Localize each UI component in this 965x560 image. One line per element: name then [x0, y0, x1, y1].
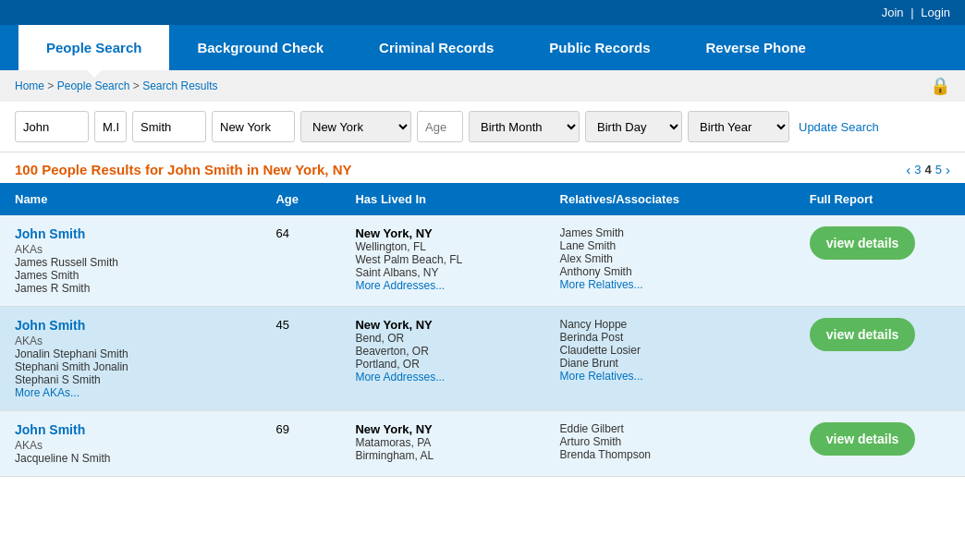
- more-akas-link[interactable]: More AKAs...: [15, 386, 246, 399]
- state-select[interactable]: New York: [300, 111, 411, 142]
- table-row: John SmithAKAsJacqueline N Smith69New Yo…: [0, 411, 965, 477]
- person-name[interactable]: John Smith: [15, 422, 246, 437]
- akas-label: AKAs: [15, 335, 246, 347]
- join-link[interactable]: Join: [882, 6, 904, 19]
- mi-input[interactable]: [94, 111, 127, 142]
- nav-people-search[interactable]: People Search: [18, 25, 169, 70]
- last-name-input[interactable]: [132, 111, 206, 142]
- person-name[interactable]: John Smith: [15, 318, 246, 333]
- relative-item: James Smith: [560, 226, 780, 239]
- relative-item: Brenda Thompson: [560, 448, 780, 461]
- view-details-button[interactable]: view details: [810, 226, 916, 260]
- table-row: John SmithAKAsJonalin Stephani SmithStep…: [0, 307, 965, 411]
- age-cell: 64: [261, 215, 340, 307]
- lived-in-cell: New York, NYBend, ORBeaverton, ORPortlan…: [340, 307, 544, 411]
- main-nav: People Search Background Check Criminal …: [0, 25, 965, 70]
- birth-year-select[interactable]: Birth Year: [688, 111, 789, 142]
- city-input[interactable]: [212, 111, 295, 142]
- table-row: John SmithAKAsJames Russell SmithJames S…: [0, 215, 965, 307]
- akas-label: AKAs: [15, 243, 246, 256]
- nav-criminal-records[interactable]: Criminal Records: [351, 25, 521, 70]
- location-other: Wellington, FL: [355, 240, 530, 253]
- more-addresses-link[interactable]: More Addresses...: [355, 279, 530, 292]
- results-table: Name Age Has Lived In Relatives/Associat…: [0, 183, 965, 477]
- results-header: 100 People Results for John Smith in New…: [0, 152, 965, 183]
- location-other: Bend, OR: [355, 332, 530, 345]
- akas-label: AKAs: [15, 439, 246, 452]
- report-cell: view details: [795, 307, 965, 411]
- view-details-button[interactable]: view details: [810, 318, 916, 351]
- location-primary: New York, NY: [355, 318, 530, 332]
- report-cell: view details: [795, 411, 965, 477]
- lock-icon: 🔒: [930, 76, 950, 96]
- more-addresses-link[interactable]: More Addresses...: [355, 371, 530, 383]
- relative-item: Claudette Losier: [560, 344, 780, 357]
- relative-item: Arturo Smith: [560, 435, 780, 448]
- col-header-age: Age: [261, 183, 340, 215]
- person-name[interactable]: John Smith: [15, 226, 246, 241]
- location-other: Matamoras, PA: [355, 436, 530, 449]
- pagination-next[interactable]: ›: [946, 162, 950, 177]
- col-header-lived: Has Lived In: [340, 183, 544, 215]
- breadcrumb-bar: Home > People Search > Search Results 🔒: [0, 70, 965, 102]
- aka-item: James Russell Smith: [15, 256, 246, 269]
- pagination-page-3[interactable]: 3: [914, 163, 921, 177]
- update-search-button[interactable]: Update Search: [799, 120, 879, 134]
- aka-item: Stephani Smith Jonalin: [15, 360, 246, 373]
- aka-item: James R Smith: [15, 282, 246, 295]
- name-cell: John SmithAKAsJames Russell SmithJames S…: [0, 215, 261, 307]
- relative-item: Anthony Smith: [560, 265, 780, 278]
- nav-public-records[interactable]: Public Records: [521, 25, 678, 70]
- col-header-relatives: Relatives/Associates: [545, 183, 795, 215]
- nav-background-check[interactable]: Background Check: [169, 25, 351, 70]
- separator: |: [910, 6, 913, 19]
- name-cell: John SmithAKAsJonalin Stephani SmithStep…: [0, 307, 261, 411]
- col-header-name: Name: [0, 183, 261, 215]
- more-relatives-link[interactable]: More Relatives...: [560, 278, 780, 291]
- birth-month-select[interactable]: Birth Month: [469, 111, 580, 142]
- breadcrumb-home[interactable]: Home: [15, 79, 44, 92]
- location-other: West Palm Beach, FL: [355, 253, 530, 266]
- relatives-cell: Nancy HoppeBerinda PostClaudette LosierD…: [545, 307, 795, 411]
- location-primary: New York, NY: [355, 422, 530, 436]
- location-other: Portland, OR: [355, 358, 530, 371]
- view-details-button[interactable]: view details: [810, 422, 916, 456]
- col-header-report: Full Report: [795, 183, 965, 215]
- aka-item: James Smith: [15, 269, 246, 282]
- pagination-prev[interactable]: ‹: [906, 162, 910, 177]
- name-cell: John SmithAKAsJacqueline N Smith: [0, 411, 261, 477]
- breadcrumb-results[interactable]: Search Results: [142, 79, 217, 92]
- results-count: 100 People Results for John Smith in New…: [15, 162, 352, 177]
- table-header-row: Name Age Has Lived In Relatives/Associat…: [0, 183, 965, 215]
- aka-item: Jacqueline N Smith: [15, 452, 246, 465]
- first-name-input[interactable]: [15, 111, 89, 142]
- location-other: Saint Albans, NY: [355, 266, 530, 279]
- relatives-cell: James SmithLane SmithAlex SmithAnthony S…: [545, 215, 795, 307]
- pagination-page-4[interactable]: 4: [925, 163, 932, 177]
- search-bar: New York Birth Month Birth Day Birth Yea…: [0, 102, 965, 152]
- top-bar: Join | Login: [0, 0, 965, 25]
- report-cell: view details: [795, 215, 965, 307]
- age-cell: 45: [261, 307, 340, 411]
- age-cell: 69: [261, 411, 340, 477]
- nav-reverse-phone[interactable]: Reverse Phone: [678, 25, 834, 70]
- location-primary: New York, NY: [355, 226, 530, 240]
- login-link[interactable]: Login: [921, 6, 950, 19]
- age-input[interactable]: [417, 111, 463, 142]
- pagination-page-5[interactable]: 5: [935, 163, 942, 177]
- birth-day-select[interactable]: Birth Day: [585, 111, 682, 142]
- relative-item: Nancy Hoppe: [560, 318, 780, 331]
- location-other: Beaverton, OR: [355, 345, 530, 358]
- relative-item: Eddie Gilbert: [560, 422, 780, 435]
- lived-in-cell: New York, NYMatamoras, PABirmingham, AL: [340, 411, 544, 477]
- relatives-cell: Eddie GilbertArturo SmithBrenda Thompson: [545, 411, 795, 477]
- relative-item: Diane Brunt: [560, 357, 780, 370]
- aka-item: Jonalin Stephani Smith: [15, 347, 246, 360]
- lived-in-cell: New York, NYWellington, FLWest Palm Beac…: [340, 215, 544, 307]
- relative-item: Lane Smith: [560, 239, 780, 252]
- pagination: ‹ 3 4 5 ›: [906, 162, 950, 177]
- breadcrumb-people-search[interactable]: People Search: [57, 79, 130, 92]
- location-other: Birmingham, AL: [355, 449, 530, 462]
- more-relatives-link[interactable]: More Relatives...: [560, 370, 780, 383]
- breadcrumb: Home > People Search > Search Results: [15, 79, 218, 92]
